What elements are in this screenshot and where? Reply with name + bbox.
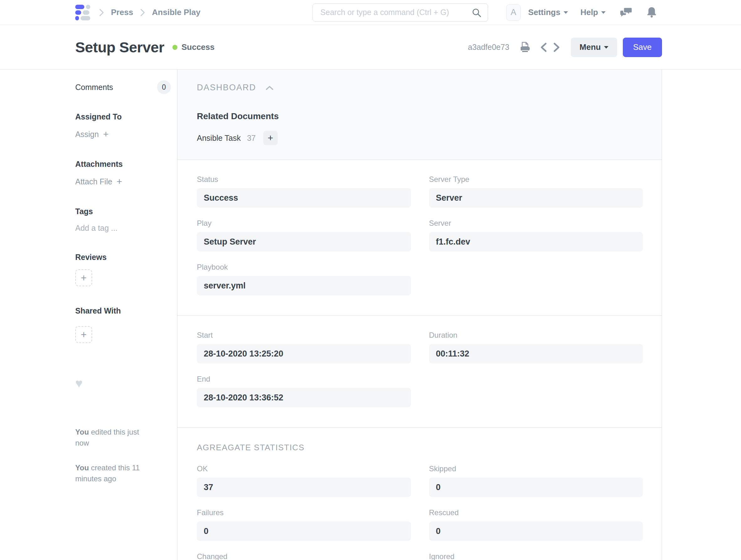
- created-action: created this: [91, 463, 130, 472]
- field-status: Status Success: [197, 175, 411, 207]
- field-play: Play Setup Server: [197, 219, 411, 251]
- status-indicator-label: Success: [182, 42, 215, 52]
- field-label: Server: [429, 219, 643, 228]
- field-value[interactable]: 0: [429, 478, 643, 497]
- field-label: Duration: [429, 331, 643, 339]
- field-value[interactable]: Success: [197, 188, 411, 207]
- chevron-right-icon: [99, 8, 104, 17]
- form-section-timing: Start 28-10-2020 13:25:20 Duration 00:11…: [178, 316, 662, 428]
- chat-icon[interactable]: [620, 6, 633, 19]
- shared-with-heading: Shared With: [75, 306, 177, 315]
- settings-label: Settings: [528, 7, 560, 17]
- related-doc-ansible-task[interactable]: Ansible Task: [197, 134, 241, 143]
- aggregate-statistics-heading: AGREAGATE STATISTICS: [197, 443, 643, 452]
- app-logo-icon[interactable]: [75, 5, 91, 20]
- field-label: OK: [197, 464, 411, 473]
- add-related-doc-button[interactable]: +: [263, 131, 278, 145]
- field-label: Status: [197, 175, 411, 184]
- form-section-details: Status Success Server Type Server Play S…: [178, 160, 662, 316]
- notifications-bell-icon[interactable]: [646, 6, 657, 19]
- field-server-type: Server Type Server: [429, 175, 643, 207]
- page-head: Setup Server Success a3adfe0e73 Menu Sa: [0, 25, 741, 70]
- field-label: Changed: [197, 552, 411, 560]
- field-label: Server Type: [429, 175, 643, 184]
- form-sidebar: Comments 0 Assigned To Assign + Attachme…: [75, 70, 177, 560]
- dashboard-header: DASHBOARD: [197, 83, 643, 92]
- form-section-aggregate-statistics: AGREAGATE STATISTICS OK 37 Skipped 0 Fai…: [178, 428, 662, 560]
- field-label: Play: [197, 219, 411, 228]
- field-value[interactable]: 37: [197, 478, 411, 497]
- field-value[interactable]: 00:11:32: [429, 344, 643, 363]
- field-value[interactable]: server.yml: [197, 276, 411, 295]
- menu-button-label: Menu: [580, 42, 601, 52]
- page-actions: a3adfe0e73 Menu Save: [468, 38, 662, 57]
- created-who: You: [75, 463, 89, 472]
- sidebar-item-comments[interactable]: Comments 0: [75, 80, 171, 94]
- print-icon[interactable]: [519, 41, 531, 54]
- help-menu[interactable]: Help: [581, 7, 606, 17]
- field-value[interactable]: f1.fc.dev: [429, 232, 643, 251]
- field-value[interactable]: 28-10-2020 13:25:20: [197, 344, 411, 363]
- prev-document-icon[interactable]: [539, 42, 548, 53]
- status-indicator: Success: [173, 42, 215, 52]
- top-navbar: Press Ansible Play A Settings Help: [0, 0, 741, 25]
- attach-file-label: Attach File: [75, 177, 112, 186]
- related-documents-heading: Related Documents: [197, 111, 643, 121]
- chevron-down-icon: [604, 46, 608, 51]
- add-review-button[interactable]: +: [75, 269, 92, 286]
- field-ok: OK 37: [197, 464, 411, 497]
- field-value[interactable]: 28-10-2020 13:36:52: [197, 388, 411, 407]
- field-changed: Changed 37: [197, 552, 411, 560]
- field-value[interactable]: Server: [429, 188, 643, 207]
- breadcrumb-item-press[interactable]: Press: [111, 7, 133, 17]
- related-doc-count: 37: [247, 134, 256, 143]
- comments-label: Comments: [75, 83, 113, 92]
- tags-heading: Tags: [75, 207, 177, 216]
- global-search: [313, 3, 488, 22]
- field-ignored: Ignored 0: [429, 552, 643, 560]
- document-id: a3adfe0e73: [468, 43, 510, 52]
- assign-label: Assign: [75, 130, 99, 139]
- like-heart-icon[interactable]: ♥: [75, 377, 177, 389]
- attach-file-button[interactable]: Attach File +: [75, 177, 177, 186]
- form-dashboard: DASHBOARD Related Documents Ansible Task…: [178, 70, 662, 160]
- save-button[interactable]: Save: [623, 38, 662, 57]
- field-label: Failures: [197, 508, 411, 517]
- field-playbook: Playbook server.yml: [197, 263, 411, 295]
- field-label: Rescued: [429, 508, 643, 517]
- chevron-right-icon: [140, 8, 145, 17]
- avatar[interactable]: A: [506, 4, 521, 21]
- field-value[interactable]: 0: [429, 521, 643, 541]
- field-label: Skipped: [429, 464, 643, 473]
- menu-button[interactable]: Menu: [571, 38, 617, 57]
- field-label: End: [197, 375, 411, 383]
- chevron-down-icon: [601, 11, 606, 16]
- field-rescued: Rescued 0: [429, 508, 643, 541]
- edited-who: You: [75, 428, 89, 436]
- field-value[interactable]: 0: [197, 521, 411, 541]
- search-icon: [472, 8, 482, 19]
- next-document-icon[interactable]: [553, 42, 561, 53]
- field-label: Playbook: [197, 263, 411, 271]
- settings-menu[interactable]: Settings: [528, 7, 568, 17]
- comments-count-badge: 0: [157, 80, 171, 94]
- assign-button[interactable]: Assign +: [75, 129, 177, 139]
- edited-action: edited this: [91, 428, 125, 436]
- attachments-heading: Attachments: [75, 160, 177, 169]
- status-dot-icon: [173, 45, 178, 50]
- field-label: Start: [197, 331, 411, 339]
- chevron-up-icon[interactable]: [266, 85, 274, 90]
- plus-icon: +: [103, 129, 109, 139]
- field-end: End 28-10-2020 13:36:52: [197, 375, 411, 407]
- add-share-button[interactable]: +: [75, 326, 92, 343]
- search-input[interactable]: [313, 3, 488, 22]
- breadcrumb-item-ansible-play[interactable]: Ansible Play: [152, 7, 201, 17]
- field-start: Start 28-10-2020 13:25:20: [197, 331, 411, 363]
- related-document-row: Ansible Task 37 +: [197, 131, 643, 145]
- field-value[interactable]: Setup Server: [197, 232, 411, 251]
- field-duration: Duration 00:11:32: [429, 331, 643, 363]
- edited-meta: You edited this just now: [75, 426, 153, 448]
- add-tag-input[interactable]: Add a tag ...: [75, 224, 177, 233]
- assigned-to-heading: Assigned To: [75, 112, 177, 121]
- reviews-heading: Reviews: [75, 253, 177, 262]
